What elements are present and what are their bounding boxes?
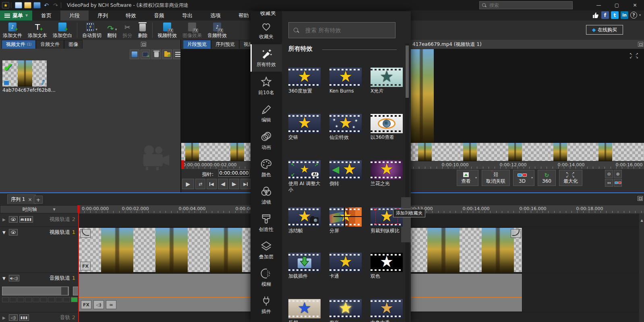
360-button[interactable]: ↻ 360 bbox=[538, 170, 556, 186]
linkedin-icon[interactable]: in bbox=[621, 11, 628, 19]
fullscreen-icon[interactable]: ↖ ↗↙ ↘ bbox=[630, 52, 639, 59]
track-mute-icon[interactable]: ◁) bbox=[9, 314, 18, 321]
volume-slider[interactable] bbox=[2, 287, 69, 295]
help-icon[interactable]: ? bbox=[630, 12, 637, 19]
add-sequence-button[interactable]: + bbox=[34, 196, 43, 204]
category-creative[interactable]: 创造性 bbox=[251, 209, 282, 237]
scroll-up-icon[interactable]: ▲ bbox=[640, 217, 644, 224]
effect-card[interactable]: ★ 发光 bbox=[329, 299, 363, 322]
category-all-effects[interactable]: 所有特效 bbox=[251, 44, 282, 72]
main-menu-button[interactable]: 菜单 ▼ bbox=[0, 10, 32, 21]
fade-out-icon[interactable] bbox=[511, 229, 521, 238]
effect-card[interactable]: ★◀ 倒转 bbox=[329, 160, 363, 187]
collapse-track-icon[interactable]: ▼ bbox=[2, 276, 7, 281]
export-clip-button[interactable] bbox=[141, 50, 150, 59]
anaglyph-icon[interactable] bbox=[614, 179, 622, 187]
auto-cut-button[interactable]: ⚡▾ 自动剪切 bbox=[79, 21, 104, 39]
category-plugins[interactable]: 插件 bbox=[251, 291, 282, 319]
effect-card[interactable]: 加载插件 bbox=[288, 253, 322, 279]
category-favorites[interactable]: 收藏夹 bbox=[251, 17, 282, 44]
next-frame-button[interactable]: ▶ bbox=[229, 179, 239, 189]
unlink-button[interactable]: ⛓ 取消关联 bbox=[482, 170, 510, 186]
effect-card[interactable]: ★ 交错 bbox=[288, 114, 322, 140]
timeline-mode-dropdown[interactable]: 时间轴 ▼ bbox=[0, 205, 78, 213]
collapse-panel-icon[interactable] bbox=[638, 196, 643, 201]
clip-fx-badge[interactable]: FX bbox=[81, 300, 91, 309]
menu-item-effects[interactable]: 特效 bbox=[117, 10, 145, 21]
maximize-preview-button[interactable]: ↖ ↗↙ ↘ 最大化 bbox=[559, 170, 582, 186]
track-group-icon[interactable]: 👥︎▮▮▮ bbox=[19, 216, 33, 223]
category-overlays[interactable]: 叠加层 bbox=[251, 237, 282, 264]
3d-button[interactable]: 3D ▾ bbox=[513, 170, 534, 186]
close-icon[interactable]: × bbox=[28, 197, 32, 202]
play-button[interactable]: ▶ bbox=[182, 179, 194, 189]
track-header-video-1[interactable]: ▼ 视频轨道 1 bbox=[0, 227, 78, 273]
titlebar-search[interactable] bbox=[479, 1, 573, 9]
collapse-panel-icon[interactable] bbox=[638, 42, 643, 47]
track-header-audio-2[interactable]: ▶ ◁) ▮▮▮ 音轨 2 bbox=[0, 312, 78, 322]
buy-online-button[interactable]: ◆ 在线购买 bbox=[586, 25, 623, 35]
tab-images[interactable]: 图像 bbox=[64, 40, 83, 49]
maximize-button[interactable]: ▢ bbox=[608, 0, 626, 10]
save-clip-button[interactable] bbox=[130, 50, 139, 59]
category-color[interactable]: 颜色 bbox=[251, 155, 282, 182]
menu-item-export[interactable]: 导出 bbox=[173, 10, 201, 21]
category-filters[interactable]: 滤镜 bbox=[251, 182, 282, 209]
expand-track-icon[interactable]: ▶ bbox=[2, 316, 7, 320]
pointer-time-field[interactable]: 0:00:00.000 bbox=[218, 169, 250, 177]
track-visibility-icon[interactable] bbox=[9, 216, 18, 223]
menu-item-home[interactable]: 首页 bbox=[32, 10, 60, 21]
track-group-icon[interactable]: ▮▮▮ bbox=[19, 314, 29, 321]
effect-card[interactable]: ★ X光片 bbox=[371, 68, 404, 94]
clip-link-icon[interactable]: ∞ bbox=[106, 300, 116, 309]
open-project-icon[interactable] bbox=[24, 2, 31, 8]
expand-track-icon[interactable]: ▶ bbox=[2, 217, 7, 222]
skip-to-start-button[interactable]: ◀ bbox=[207, 179, 217, 189]
clip-fx-badge[interactable]: FX bbox=[80, 262, 91, 270]
like-icon[interactable] bbox=[592, 12, 599, 19]
effects-search-box[interactable] bbox=[288, 22, 396, 38]
track-mute-icon[interactable]: 🔊︎◁) bbox=[9, 275, 19, 281]
fade-in-icon[interactable] bbox=[80, 229, 91, 238]
effect-card[interactable]: ★ 360度放置 bbox=[288, 68, 322, 94]
add-folder-button[interactable] bbox=[162, 50, 172, 59]
tab-video-files[interactable]: 视频文件 (1) bbox=[2, 40, 36, 49]
skip-to-end-button[interactable]: ▶ bbox=[240, 179, 251, 189]
track-visibility-icon[interactable] bbox=[9, 229, 18, 235]
effect-card[interactable]: ★ 冻结帧 bbox=[288, 207, 322, 234]
close-button[interactable]: ✕ bbox=[626, 0, 644, 10]
timeline-scrollbar[interactable]: ▲ bbox=[639, 213, 644, 322]
chevron-down-icon[interactable]: ▾ bbox=[531, 176, 533, 180]
effect-card[interactable]: ★ 古色古香 bbox=[371, 299, 404, 322]
effects-search-input[interactable] bbox=[304, 27, 389, 34]
chevron-down-icon[interactable]: ▾ bbox=[639, 13, 641, 17]
tab-audio-files[interactable]: 音频文件 bbox=[36, 40, 64, 49]
library-clip-thumbnail[interactable]: ✔ ♪ bbox=[2, 60, 47, 87]
facebook-icon[interactable]: f bbox=[601, 11, 609, 19]
track-header-video-2[interactable]: ▶ 👥︎▮▮▮ 视频轨道 2 bbox=[0, 214, 78, 227]
effect-card[interactable]: ★ 兰花之光 bbox=[371, 160, 404, 187]
effect-card[interactable]: ★ 反相 bbox=[288, 299, 322, 322]
delete-button[interactable]: 删除 bbox=[135, 21, 150, 39]
new-project-icon[interactable] bbox=[15, 2, 22, 8]
effect-card[interactable]: ★ 双色 bbox=[371, 253, 404, 279]
menu-item-clip[interactable]: 片段 bbox=[60, 10, 89, 21]
menu-item-options[interactable]: 选项 bbox=[201, 10, 230, 21]
category-animation[interactable]: 动画 bbox=[251, 127, 282, 155]
minimize-button[interactable]: — bbox=[590, 0, 608, 10]
tab-sequence-preview[interactable]: 序列预览 bbox=[211, 40, 239, 49]
clip-speaker-icon[interactable]: ◁) bbox=[93, 300, 104, 309]
timeline-playhead[interactable] bbox=[78, 205, 79, 322]
menu-item-sequence[interactable]: 序列 bbox=[89, 10, 117, 21]
flip-button[interactable]: ↷▾ 翻转 bbox=[104, 21, 120, 39]
effect-card[interactable]: ★ ↖↗↙↘ AI 使用 AI 调整大小 bbox=[288, 160, 322, 193]
titlebar-search-input[interactable] bbox=[489, 2, 565, 8]
video-effects-button[interactable]: FX 视频特效 bbox=[155, 21, 180, 39]
view-button[interactable]: 查看 ▾ bbox=[457, 170, 478, 186]
add-file-button[interactable]: ＋ 添加文件 bbox=[0, 21, 25, 39]
audio-effects-button[interactable]: ♪FX 音频特效 bbox=[205, 21, 230, 39]
menu-item-audio[interactable]: 音频 bbox=[145, 10, 173, 21]
previous-frame-button[interactable]: ◀ bbox=[218, 179, 228, 189]
effect-card[interactable]: ★ 以360查看 bbox=[371, 114, 404, 140]
tab-clip-preview[interactable]: 片段预览 bbox=[183, 40, 211, 49]
